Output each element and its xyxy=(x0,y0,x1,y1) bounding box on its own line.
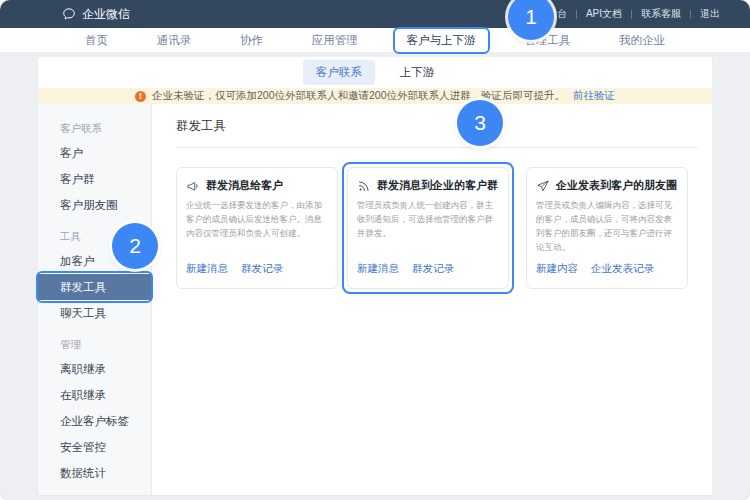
broadcast-icon xyxy=(357,179,371,193)
topbar-link-logout[interactable]: 退出 xyxy=(700,7,720,21)
annotation-badge-3: 3 xyxy=(457,100,503,146)
nav-item-home[interactable]: 首页 xyxy=(78,30,115,51)
nav-item-collaboration[interactable]: 协作 xyxy=(233,30,270,51)
tool-cards: 群发消息给客户 企业统一选择要发送的客户，由添加客户的成员确认后发送给客户。消息… xyxy=(176,167,698,289)
divider xyxy=(690,10,691,19)
sidebar-item-customer-groups[interactable]: 客户群 xyxy=(38,166,151,192)
card-title: 群发消息给客户 xyxy=(206,178,283,193)
page-title: 群发工具 xyxy=(176,118,698,135)
new-content-link[interactable]: 新建内容 xyxy=(536,262,578,276)
sidebar-group-customer-contact: 客户联系 客户 客户群 客户朋友圈 xyxy=(38,116,151,218)
main-panel: 群发工具 群发消息给客户 企业统一选 xyxy=(152,104,712,495)
card-header: 群发消息给客户 xyxy=(186,178,328,193)
send-history-link[interactable]: 群发记录 xyxy=(412,262,454,276)
content-card: 客户联系 上下游 ! 企业未验证，仅可添加200位外部联系人和邀请200位外部联… xyxy=(38,57,712,495)
annotation-badge-2: 2 xyxy=(112,223,158,269)
card-actions: 新建内容 企业发表记录 xyxy=(536,262,678,278)
sidebar-item-customer-tags[interactable]: 企业客户标签 xyxy=(38,408,151,434)
publish-history-link[interactable]: 企业发表记录 xyxy=(591,262,654,276)
nav-item-contacts[interactable]: 通讯录 xyxy=(150,30,199,51)
card-header: 群发消息到企业的客户群 xyxy=(357,178,499,193)
warning-icon: ! xyxy=(135,91,146,102)
tab-upstream-downstream[interactable]: 上下游 xyxy=(387,60,448,85)
sidebar-group-management: 管理 离职继承 在职继承 企业客户标签 安全管控 数据统计 xyxy=(38,332,151,486)
card-description: 管理员或负责人统一创建内容，群主收到通知后，可选择他管理的客户群并群发。 xyxy=(357,198,499,240)
tab-customer-contact[interactable]: 客户联系 xyxy=(303,60,375,85)
new-message-link[interactable]: 新建消息 xyxy=(186,262,228,276)
sidebar-item-group-message-tool[interactable]: 群发工具 xyxy=(38,274,151,300)
tab-bar: 客户联系 上下游 xyxy=(38,57,712,88)
sidebar: 客户联系 客户 客户群 客户朋友圈 工具 加客户 群发工具 聊天工具 xyxy=(38,104,152,495)
topbar-link-contact-support[interactable]: 联系客服 xyxy=(641,7,681,21)
verification-warning-banner: ! 企业未验证，仅可添加200位外部联系人和邀请200位外部联系人进群，验证后即… xyxy=(38,88,712,104)
main-nav: 首页 通讯录 协作 应用管理 客户与上下游 管理工具 我的企业 xyxy=(0,28,750,52)
card-publish-to-customer-moments: 企业发表到客户的朋友圈 管理员或负责人编辑内容，选择可见的客户，成员确认后，可将… xyxy=(526,167,688,289)
megaphone-icon xyxy=(186,179,200,193)
paper-plane-icon xyxy=(536,179,550,193)
card-header: 企业发表到客户的朋友圈 xyxy=(536,178,678,193)
card-group-message-to-customers: 群发消息给客户 企业统一选择要发送的客户，由添加客户的成员确认后发送给客户。消息… xyxy=(176,167,338,289)
logo-text: 企业微信 xyxy=(82,6,130,23)
divider xyxy=(631,10,632,19)
divider xyxy=(576,10,577,19)
card-actions: 新建消息 群发记录 xyxy=(357,262,499,278)
card-title: 群发消息到企业的客户群 xyxy=(377,178,498,193)
chat-bubble-icon xyxy=(62,7,76,21)
sidebar-item-chat-tools[interactable]: 聊天工具 xyxy=(38,300,151,326)
sidebar-item-security-control[interactable]: 安全管控 xyxy=(38,434,151,460)
page-background: 客户联系 上下游 ! 企业未验证，仅可添加200位外部联系人和邀请200位外部联… xyxy=(0,52,750,495)
nav-item-label: 客户与上下游 xyxy=(407,34,476,46)
sidebar-item-data-statistics[interactable]: 数据统计 xyxy=(38,460,151,486)
sidebar-item-customer-moments[interactable]: 客户朋友圈 xyxy=(38,192,151,218)
topbar: 企业微信 服务商后台 API文档 联系客服 退出 xyxy=(0,0,750,28)
new-message-link[interactable]: 新建消息 xyxy=(357,262,399,276)
nav-item-my-company[interactable]: 我的企业 xyxy=(612,30,672,51)
wechat-work-logo[interactable]: 企业微信 xyxy=(62,6,130,23)
sidebar-item-customers[interactable]: 客户 xyxy=(38,140,151,166)
topbar-link-api-docs[interactable]: API文档 xyxy=(586,7,622,21)
nav-item-app-management[interactable]: 应用管理 xyxy=(305,30,365,51)
app-window: 企业微信 服务商后台 API文档 联系客服 退出 首页 通讯录 协作 应用管理 … xyxy=(0,0,750,500)
divider xyxy=(176,147,698,148)
content-body: 客户联系 客户 客户群 客户朋友圈 工具 加客户 群发工具 聊天工具 xyxy=(38,104,712,495)
card-description: 管理员或负责人编辑内容，选择可见的客户，成员确认后，可将内容发表到客户的朋友圈，… xyxy=(536,198,678,254)
card-title: 企业发表到客户的朋友圈 xyxy=(556,178,677,193)
sidebar-section-customer-contact: 客户联系 xyxy=(38,116,151,140)
card-group-message-to-customer-groups: 群发消息到企业的客户群 管理员或负责人统一创建内容，群主收到通知后，可选择他管理… xyxy=(347,167,509,289)
sidebar-item-label: 群发工具 xyxy=(60,281,106,293)
nav-item-customers-upstream-downstream[interactable]: 客户与上下游 xyxy=(400,30,483,51)
sidebar-item-resigned-inheritance[interactable]: 离职继承 xyxy=(38,356,151,382)
card-actions: 新建消息 群发记录 xyxy=(186,262,328,278)
go-verify-link[interactable]: 前往验证 xyxy=(573,89,615,103)
sidebar-section-management: 管理 xyxy=(38,332,151,356)
card-description: 企业统一选择要发送的客户，由添加客户的成员确认后发送给客户。消息内容仅管理员和负… xyxy=(186,198,328,240)
send-history-link[interactable]: 群发记录 xyxy=(241,262,283,276)
warning-text: 企业未验证，仅可添加200位外部联系人和邀请200位外部联系人进群，验证后即可提… xyxy=(152,89,565,103)
sidebar-item-onjob-inheritance[interactable]: 在职继承 xyxy=(38,382,151,408)
